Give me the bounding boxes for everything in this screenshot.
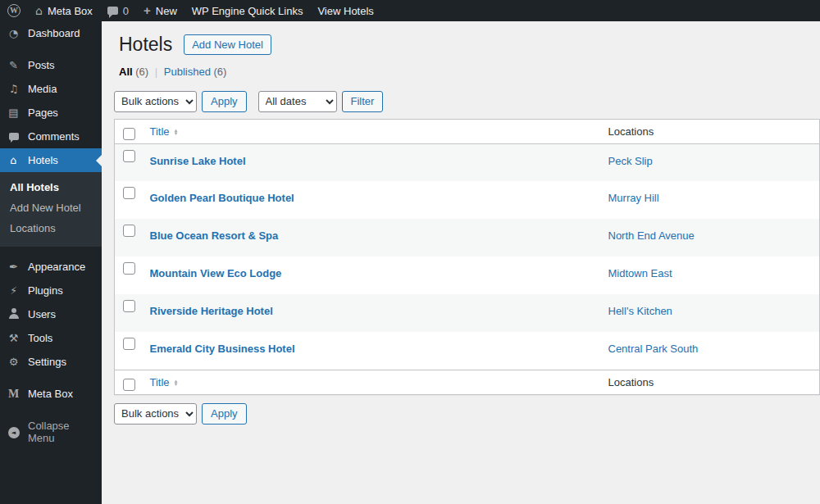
location-link[interactable]: Peck Slip: [608, 155, 653, 167]
hotel-title-link[interactable]: Blue Ocean Resort & Spa: [150, 229, 279, 242]
location-link[interactable]: Central Park South: [608, 343, 699, 355]
sidebar-separator: [0, 406, 102, 414]
sidebar-item-label: Tools: [28, 332, 52, 344]
row-checkbox[interactable]: [123, 300, 135, 312]
row-checkbox[interactable]: [123, 187, 135, 199]
sidebar-item-pages[interactable]: ▤ Pages: [0, 101, 102, 125]
filter-published-link[interactable]: Published: [164, 66, 211, 78]
plugin-icon: ⚡: [7, 285, 20, 296]
sidebar-item-meta-box[interactable]: M Meta Box: [0, 382, 102, 406]
sidebar-item-label: Media: [28, 83, 57, 95]
sidebar-separator: [0, 247, 102, 255]
media-icon: ♫: [7, 84, 20, 94]
sidebar-item-label: Pages: [28, 107, 58, 119]
row-checkbox[interactable]: [123, 150, 135, 162]
sidebar-item-label: Settings: [28, 356, 66, 368]
view-filter-links: All (6) | Published (6): [119, 66, 820, 78]
plus-icon: +: [144, 4, 151, 16]
wordpress-logo-menu[interactable]: W: [0, 0, 28, 21]
new-label: New: [156, 5, 177, 17]
date-filter-select[interactable]: All dates: [258, 91, 337, 112]
sidebar-item-posts[interactable]: ✎ Posts: [0, 53, 102, 77]
submenu-item-add-new-hotel[interactable]: Add New Hotel: [0, 198, 102, 218]
sidebar-item-dashboard[interactable]: ◔ Dashboard: [0, 21, 102, 45]
select-all-checkbox[interactable]: [123, 379, 135, 391]
filter-all-count: (6): [135, 66, 148, 78]
admin-sidebar: ◔ Dashboard ✎ Posts ♫ Media ▤ Pages Comm…: [0, 21, 102, 504]
filter-all-link[interactable]: All: [119, 66, 133, 78]
wordpress-logo-icon: W: [7, 4, 20, 17]
sidebar-item-label: Meta Box: [28, 388, 73, 400]
sidebar-item-label: Hotels: [28, 154, 58, 166]
hotel-title-link[interactable]: Mountain View Eco Lodge: [150, 267, 282, 279]
location-link[interactable]: Hell's Kitchen: [608, 305, 672, 317]
sidebar-item-label: Posts: [28, 59, 55, 71]
table-row: Emerald City Business Hotel Central Park…: [115, 332, 820, 370]
sidebar-item-plugins[interactable]: ⚡ Plugins: [0, 279, 102, 302]
person-icon: [7, 308, 20, 320]
collapse-arrow-icon: ◄: [7, 425, 20, 438]
sidebar-item-label: Plugins: [28, 284, 63, 297]
hotel-title-link[interactable]: Emerald City Business Hotel: [150, 343, 295, 355]
submenu-item-all-hotels[interactable]: All Hotels: [0, 177, 102, 198]
table-row: Mountain View Eco Lodge Midtown East: [115, 257, 820, 294]
site-name-menu[interactable]: ⌂ Meta Box: [28, 0, 100, 21]
column-footer-locations: Locations: [600, 370, 820, 394]
sidebar-item-hotels[interactable]: ⌂ Hotels: [0, 148, 102, 172]
location-link[interactable]: Midtown East: [608, 267, 672, 279]
sidebar-item-label: Comments: [28, 130, 80, 143]
sidebar-item-label: Dashboard: [28, 27, 80, 39]
metabox-m-icon: M: [7, 388, 20, 400]
comment-bubble-icon: [107, 7, 118, 15]
select-all-checkbox[interactable]: [123, 128, 135, 140]
sidebar-item-comments[interactable]: Comments: [0, 125, 102, 148]
sidebar-item-users[interactable]: Users: [0, 302, 102, 326]
apply-button[interactable]: Apply: [202, 91, 247, 112]
apply-button-bottom[interactable]: Apply: [202, 403, 247, 425]
sidebar-item-label: Collapse Menu: [28, 420, 95, 444]
submenu-item-locations[interactable]: Locations: [0, 218, 102, 238]
settings-icon: ⚙: [7, 356, 20, 367]
brush-icon: ✒: [7, 261, 20, 272]
comments-menu[interactable]: 0: [100, 0, 136, 21]
admin-bar: W ⌂ Meta Box 0 + New WP Engine Quick Lin…: [0, 0, 820, 21]
view-hotels-label: View Hotels: [317, 5, 373, 17]
tablenav-bottom: Bulk actions Apply: [114, 403, 820, 425]
column-header-locations: Locations: [600, 119, 820, 143]
sidebar-item-collapse-menu[interactable]: ◄ Collapse Menu: [0, 414, 102, 450]
view-hotels-menu[interactable]: View Hotels: [310, 0, 380, 21]
hotels-submenu: All Hotels Add New Hotel Locations: [0, 172, 102, 247]
filter-separator: |: [155, 66, 157, 78]
sidebar-item-tools[interactable]: ⚒ Tools: [0, 326, 102, 350]
bulk-actions-select[interactable]: Bulk actions: [114, 91, 197, 112]
new-content-menu[interactable]: + New: [136, 0, 184, 21]
sidebar-item-media[interactable]: ♫ Media: [0, 77, 102, 101]
sort-arrows-icon: ▲▼: [174, 379, 179, 387]
wpengine-quick-links-menu[interactable]: WP Engine Quick Links: [184, 0, 311, 21]
column-header-title[interactable]: Title▲▼: [142, 119, 600, 143]
location-link[interactable]: Murray Hill: [608, 192, 659, 204]
sort-arrows-icon: ▲▼: [174, 129, 179, 136]
hotel-title-link[interactable]: Riverside Heritage Hotel: [150, 305, 273, 317]
row-checkbox[interactable]: [123, 262, 135, 275]
tablenav-top: Bulk actions Apply All dates Filter: [114, 91, 820, 112]
sidebar-item-settings[interactable]: ⚙ Settings: [0, 350, 102, 374]
sidebar-item-appearance[interactable]: ✒ Appearance: [0, 255, 102, 279]
home-icon: ⌂: [35, 5, 43, 16]
hotel-title-link[interactable]: Sunrise Lake Hotel: [150, 155, 246, 167]
row-checkbox[interactable]: [123, 338, 135, 350]
wpengine-label: WP Engine Quick Links: [192, 5, 303, 17]
dashboard-icon: ◔: [7, 28, 20, 39]
comment-bubble-icon: [7, 131, 20, 142]
filter-button[interactable]: Filter: [342, 91, 384, 112]
sidebar-separator: [0, 374, 102, 382]
column-footer-title[interactable]: Title▲▼: [142, 370, 600, 394]
row-checkbox[interactable]: [123, 225, 135, 237]
table-row: Sunrise Lake Hotel Peck Slip: [115, 143, 820, 181]
hotel-title-link[interactable]: Golden Pearl Boutique Hotel: [150, 192, 294, 204]
location-link[interactable]: North End Avenue: [608, 229, 695, 242]
bulk-actions-select-bottom[interactable]: Bulk actions: [114, 403, 197, 425]
table-header-row: Title▲▼ Locations: [115, 119, 820, 143]
add-new-hotel-button[interactable]: Add New Hotel: [184, 34, 271, 55]
tools-icon: ⚒: [7, 333, 20, 343]
